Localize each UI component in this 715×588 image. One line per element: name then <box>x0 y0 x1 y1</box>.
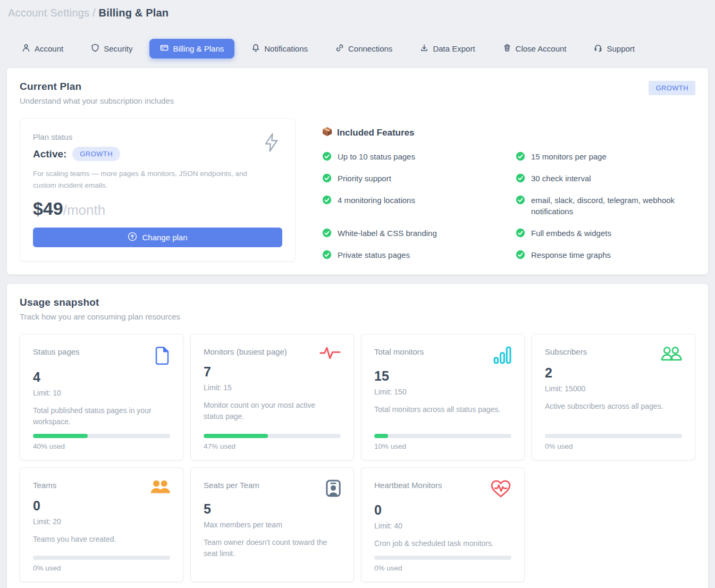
usage-card-title: Subscribers <box>545 346 587 356</box>
progress-bar: 0% used <box>545 427 682 450</box>
tab-connections[interactable]: Connections <box>325 39 403 58</box>
person-icon <box>22 44 30 54</box>
usage-card-title: Total monitors <box>374 346 424 356</box>
tab-security[interactable]: Security <box>80 39 143 58</box>
usage-percent-label: 0% used <box>545 442 682 450</box>
feature-label: 30 check interval <box>531 173 591 184</box>
feature-item: White-label & CSS branding <box>322 228 502 239</box>
tab-data-export[interactable]: Data Export <box>409 39 485 58</box>
file-icon <box>154 346 170 367</box>
tab-label: Connections <box>348 44 392 53</box>
progress-bar: 40% used <box>33 427 170 450</box>
settings-tabbar: Account Security Billing & Plans Notific… <box>7 39 708 58</box>
usage-percent-label: 0% used <box>374 564 511 572</box>
feature-item: Up to 10 status pages <box>322 151 502 163</box>
progress-bar: 47% used <box>204 427 341 450</box>
download-icon <box>420 44 428 54</box>
feature-item: 15 monitors per page <box>516 151 695 163</box>
usage-card-value: 4 <box>33 369 170 385</box>
price-period: /month <box>63 202 106 219</box>
tab-notifications[interactable]: Notifications <box>241 39 318 58</box>
usage-card-title: Teams <box>33 480 56 490</box>
plan-price: $49 /month <box>33 198 282 219</box>
feature-label: Private status pages <box>338 249 410 261</box>
price-amount: $49 <box>33 198 63 219</box>
usage-card-limit: Limit: 10 <box>33 389 170 397</box>
page-title: Billing & Plan <box>99 7 169 19</box>
change-plan-label: Change plan <box>142 233 187 242</box>
usage-card-heartbeat: Heartbeat Monitors 0 Limit: 40 Cron job … <box>361 467 525 582</box>
usage-snapshot-panel: Usage snapshot Track how you are consumi… <box>7 284 708 588</box>
plan-status-card: Plan status Active: GROWTH For scaling t… <box>20 118 296 262</box>
tab-label: Data Export <box>433 44 475 53</box>
feature-label: Priority support <box>338 173 391 184</box>
check-circle-icon <box>322 250 332 259</box>
feature-label: White-label & CSS branding <box>338 228 437 239</box>
tab-label: Account <box>35 44 63 53</box>
progress-bar: 10% used <box>374 427 511 450</box>
tab-label: Close Account <box>516 44 567 53</box>
feature-label: Response time graphs <box>531 249 611 261</box>
tab-account[interactable]: Account <box>11 39 74 58</box>
plan-badge: GROWTH <box>649 81 695 95</box>
users-icon <box>661 346 682 363</box>
check-circle-icon <box>322 228 332 238</box>
check-circle-icon <box>516 250 525 259</box>
usage-card-description: Teams you have created. <box>33 534 166 545</box>
tab-billing-plans[interactable]: Billing & Plans <box>149 39 234 58</box>
check-circle-icon <box>322 173 332 183</box>
tab-support[interactable]: Support <box>583 39 645 58</box>
tab-close-account[interactable]: Close Account <box>492 39 577 58</box>
upgrade-arrow-icon <box>128 232 137 243</box>
feature-item: Response time graphs <box>516 249 695 261</box>
change-plan-button[interactable]: Change plan <box>33 228 282 247</box>
usage-card-value: 0 <box>374 502 511 518</box>
feature-label: email, slack, discord, telegram, webhook… <box>531 195 695 218</box>
tab-label: Security <box>104 44 132 53</box>
usage-card-limit: Max members per team <box>204 520 341 529</box>
usage-card-limit: Limit: 150 <box>374 388 511 396</box>
current-plan-subtitle: Understand what your subscription includ… <box>20 96 174 105</box>
current-plan-panel: Current Plan Understand what your subscr… <box>7 68 708 274</box>
usage-card-monitors-busiest: Monitors (busiest page) 7 Limit: 15 Moni… <box>190 334 354 460</box>
usage-card-title: Seats per Team <box>204 480 259 490</box>
credit-card-icon <box>160 44 169 54</box>
usage-card-description: Active subscribers across all pages. <box>545 401 678 412</box>
usage-card-limit: Limit: 40 <box>374 522 511 530</box>
feature-label: Full embeds & widgets <box>531 228 611 239</box>
usage-card-value: 0 <box>33 498 170 514</box>
usage-card-limit: Limit: 20 <box>33 517 170 526</box>
plan-description: For scaling teams — more pages & monitor… <box>33 168 251 191</box>
usage-card-seats: Seats per Team 5 Max members per team Te… <box>190 467 354 582</box>
usage-card-value: 15 <box>374 368 511 384</box>
usage-card-description: Total monitors across all status pages. <box>374 404 507 415</box>
feature-label: Up to 10 status pages <box>338 151 415 163</box>
team-icon <box>150 480 170 496</box>
check-circle-icon <box>322 195 332 205</box>
progress-bar: 0% used <box>374 549 511 572</box>
usage-card-title: Heartbeat Monitors <box>374 480 442 490</box>
bar-chart-icon <box>493 346 511 366</box>
pulse-icon <box>319 346 341 362</box>
feature-item: Private status pages <box>322 249 502 261</box>
check-circle-icon <box>322 152 332 161</box>
plan-status-value: Active: <box>33 148 66 160</box>
usage-card-status-pages: Status pages 4 Limit: 10 Total published… <box>20 334 183 460</box>
feature-label: 4 monitoring locations <box>338 195 415 206</box>
check-circle-icon <box>516 152 525 161</box>
usage-card-description: Monitor count on your most active status… <box>204 400 337 422</box>
progress-bar: 0% used <box>33 549 170 572</box>
usage-card-title: Status pages <box>33 346 80 356</box>
usage-card-teams: Teams 0 Limit: 20 Teams you have created… <box>20 467 183 582</box>
usage-card-value: 2 <box>545 365 682 381</box>
bell-icon <box>251 44 260 54</box>
usage-percent-label: 10% used <box>374 442 511 450</box>
id-badge-icon <box>326 480 341 499</box>
breadcrumb-section: Account Settings / <box>8 7 96 19</box>
headset-icon <box>594 44 602 54</box>
included-features: Included Features Up to 10 status pages … <box>322 118 695 262</box>
usage-subtitle: Track how you are consuming plan resourc… <box>20 312 695 321</box>
usage-title: Usage snapshot <box>20 297 695 308</box>
current-plan-title: Current Plan <box>20 81 174 93</box>
usage-percent-label: 47% used <box>204 442 341 450</box>
